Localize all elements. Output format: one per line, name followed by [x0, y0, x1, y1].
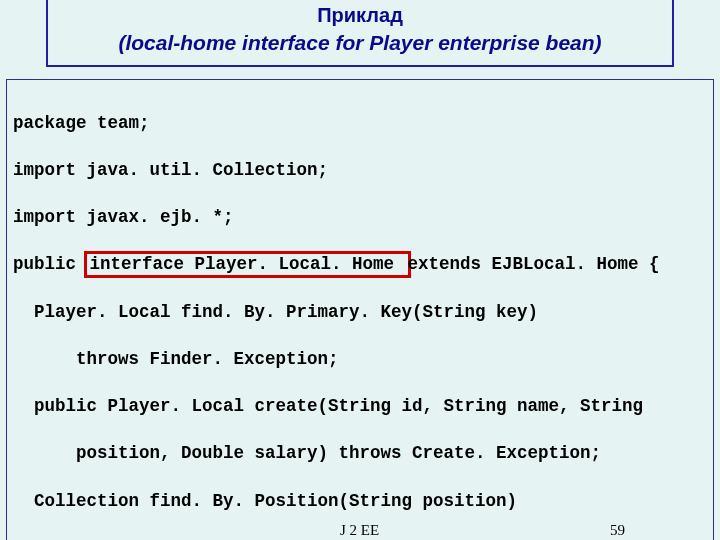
code-line: Player. Local find. By. Primary. Key(Str…: [13, 301, 707, 325]
slide: Приклад (local-home interface for Player…: [0, 0, 720, 540]
code-box: package team; import java. util. Collect…: [6, 79, 714, 540]
highlighted-text: interface Player. Local. Home: [90, 254, 405, 274]
code-text: public: [13, 254, 87, 274]
title-box: Приклад (local-home interface for Player…: [46, 0, 674, 67]
code-text: extends EJBLocal. Home {: [408, 254, 660, 274]
code-block: package team; import java. util. Collect…: [13, 88, 707, 540]
code-line: throws Finder. Exception;: [13, 348, 707, 372]
code-line: public Player. Local create(String id, S…: [13, 395, 707, 419]
highlight-box: interface Player. Local. Home: [84, 251, 411, 278]
code-line: import java. util. Collection;: [13, 159, 707, 183]
page-number: 59: [610, 522, 625, 539]
code-line: position, Double salary) throws Create. …: [13, 442, 707, 466]
slide-title: Приклад: [48, 0, 672, 27]
slide-subtitle: (local-home interface for Player enterpr…: [48, 27, 672, 63]
footer-label: J 2 EE: [340, 522, 379, 539]
code-line: Collection find. By. Position(String pos…: [13, 490, 707, 514]
code-line: import javax. ejb. *;: [13, 206, 707, 230]
code-line: public interface Player. Local. Home ext…: [13, 253, 707, 277]
code-line: package team;: [13, 112, 707, 136]
